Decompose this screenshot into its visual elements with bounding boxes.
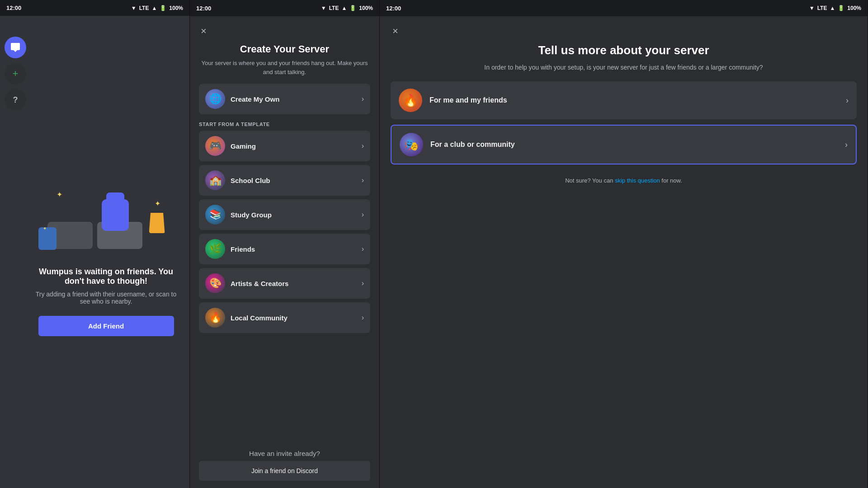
panel-server-type: 12:00 ▼ LTE ▲ 🔋 100% × Tell us more abou… bbox=[380, 0, 868, 488]
community-type-option[interactable]: 🎭 For a club or community › bbox=[391, 125, 857, 164]
status-icons-2: ▼ LTE ▲ 🔋 100% bbox=[321, 5, 373, 11]
local-icon: 🔥 bbox=[205, 308, 225, 328]
battery-icon: 🔋 bbox=[160, 5, 166, 11]
local-community-label: Local Community bbox=[231, 314, 362, 322]
friends-type-option[interactable]: 🔥 For me and my friends › bbox=[391, 81, 857, 119]
battery-icon-2: 🔋 bbox=[349, 5, 356, 11]
wifi-icon-3: ▼ bbox=[809, 5, 815, 11]
wumpus-title: Wumpus is waiting on friends. You don't … bbox=[32, 267, 180, 286]
community-type-label: For a club or community bbox=[430, 141, 845, 149]
globe-icon: 🌐 bbox=[205, 89, 225, 109]
gaming-option[interactable]: 🎮 Gaming › bbox=[199, 131, 370, 161]
wumpus-subtitle: Try adding a friend with their username,… bbox=[32, 291, 180, 305]
local-community-option[interactable]: 🔥 Local Community › bbox=[199, 302, 370, 333]
signal-icon: ▲ bbox=[151, 5, 157, 11]
status-icons-3: ▼ LTE ▲ 🔋 100% bbox=[809, 5, 861, 11]
friends-type-label: For me and my friends bbox=[429, 96, 846, 104]
artists-option[interactable]: 🎨 Artists & Creators › bbox=[199, 268, 370, 299]
study-group-label: Study Group bbox=[231, 211, 362, 219]
invite-section: Have an invite already? Join a friend on… bbox=[199, 445, 370, 481]
chevron-icon: › bbox=[362, 245, 364, 253]
battery-text-2: 100% bbox=[359, 5, 373, 11]
server-type-body: × Tell us more about your server In orde… bbox=[380, 16, 868, 488]
chevron-icon: › bbox=[362, 314, 364, 322]
close-button-2[interactable]: × bbox=[199, 23, 208, 39]
battery-icon-3: 🔋 bbox=[838, 5, 844, 11]
star-decoration: ✦ bbox=[155, 199, 160, 208]
create-own-label: Create My Own bbox=[231, 95, 362, 103]
signal-text-2: LTE bbox=[329, 5, 339, 11]
school-club-option[interactable]: 🏫 School Club › bbox=[199, 165, 370, 196]
school-club-label: School Club bbox=[231, 177, 362, 184]
gaming-icon: 🎮 bbox=[205, 136, 225, 156]
signal-icon-3: ▲ bbox=[830, 5, 835, 11]
star-decoration: ✦ bbox=[57, 190, 62, 199]
chevron-icon: › bbox=[845, 140, 848, 150]
skip-link[interactable]: skip this question bbox=[615, 177, 660, 184]
create-own-option[interactable]: 🌐 Create My Own › bbox=[199, 84, 370, 114]
help-icon[interactable]: ? bbox=[5, 89, 26, 111]
battery-text-1: 100% bbox=[169, 5, 183, 11]
panel-create-server: 12:00 ▼ LTE ▲ 🔋 100% × Create Your Serve… bbox=[190, 0, 380, 488]
friends-option[interactable]: 🌿 Friends › bbox=[199, 234, 370, 264]
time-3: 12:00 bbox=[386, 5, 401, 12]
join-discord-button[interactable]: Join a friend on Discord bbox=[199, 461, 370, 481]
chevron-icon: › bbox=[846, 96, 849, 105]
status-icons-1: ▼ LTE ▲ 🔋 100% bbox=[131, 5, 183, 11]
server-type-subtitle: In order to help you with your setup, is… bbox=[391, 63, 857, 72]
study-icon: 📚 bbox=[205, 205, 225, 225]
chevron-icon: › bbox=[362, 142, 364, 150]
wumpus-illustration: ✦ ✦ ✦ bbox=[38, 186, 174, 258]
artists-icon: 🎨 bbox=[205, 273, 225, 293]
chevron-icon: › bbox=[362, 176, 364, 184]
create-server-body: × Create Your Server Your server is wher… bbox=[190, 16, 379, 488]
artists-label: Artists & Creators bbox=[231, 280, 362, 287]
signal-text-1: LTE bbox=[139, 5, 149, 11]
wifi-icon-2: ▼ bbox=[321, 5, 326, 11]
status-bar-3: 12:00 ▼ LTE ▲ 🔋 100% bbox=[380, 0, 868, 16]
status-bar-2: 12:00 ▼ LTE ▲ 🔋 100% bbox=[190, 0, 379, 16]
signal-text-3: LTE bbox=[817, 5, 827, 11]
study-group-option[interactable]: 📚 Study Group › bbox=[199, 199, 370, 230]
friends-icon: 🌿 bbox=[205, 239, 225, 259]
chevron-icon: › bbox=[362, 279, 364, 287]
skip-question-text: Not sure? You can skip this question for… bbox=[391, 177, 857, 184]
server-type-title: Tell us more about your server bbox=[391, 43, 857, 57]
star-decoration: ✦ bbox=[43, 226, 47, 231]
create-server-title: Create Your Server bbox=[240, 43, 329, 55]
home-body: ✦ ✦ ✦ Wumpus is waiting on friends. You … bbox=[0, 16, 189, 488]
skip-suffix: for now. bbox=[660, 177, 682, 184]
friends-type-icon: 🔥 bbox=[399, 89, 422, 112]
invite-title: Have an invite already? bbox=[199, 450, 370, 457]
signal-icon-2: ▲ bbox=[341, 5, 347, 11]
gaming-label: Gaming bbox=[231, 142, 362, 150]
template-section-label: START FROM A TEMPLATE bbox=[199, 122, 270, 127]
time-1: 12:00 bbox=[6, 5, 21, 11]
friends-label: Friends bbox=[231, 245, 362, 253]
close-button-3[interactable]: × bbox=[391, 23, 400, 39]
school-icon: 🏫 bbox=[205, 170, 225, 190]
battery-text-3: 100% bbox=[847, 5, 861, 11]
add-friend-button[interactable]: Add Friend bbox=[38, 316, 174, 336]
community-type-icon: 🎭 bbox=[400, 133, 423, 156]
add-server-icon[interactable]: + bbox=[5, 63, 26, 84]
chevron-icon: › bbox=[362, 211, 364, 219]
messages-icon[interactable] bbox=[5, 37, 26, 58]
panel-home: 12:00 ▼ LTE ▲ 🔋 100% + ? ✦ ✦ bbox=[0, 0, 190, 488]
status-bar-1: 12:00 ▼ LTE ▲ 🔋 100% bbox=[0, 0, 189, 16]
create-server-subtitle: Your server is where you and your friend… bbox=[199, 59, 370, 76]
wifi-icon: ▼ bbox=[131, 5, 137, 11]
chevron-icon: › bbox=[362, 95, 364, 103]
time-2: 12:00 bbox=[196, 5, 211, 12]
skip-prefix: Not sure? You can bbox=[565, 177, 615, 184]
